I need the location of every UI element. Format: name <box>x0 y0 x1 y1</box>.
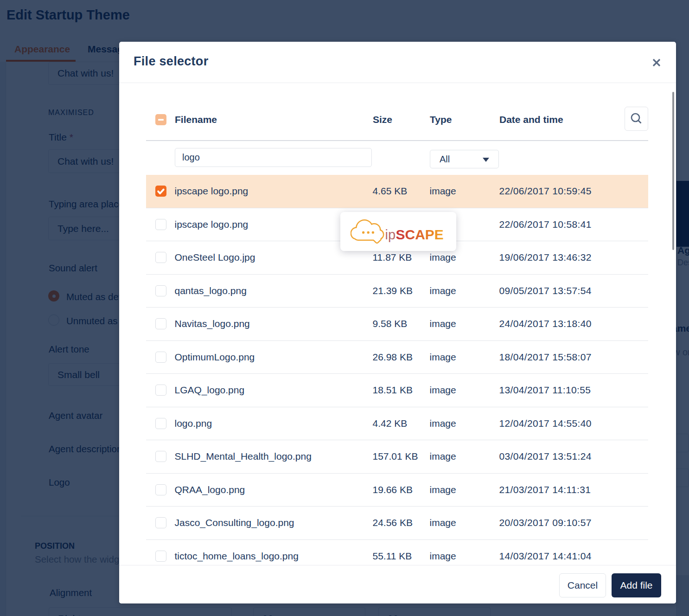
svg-text:ip: ip <box>385 227 396 242</box>
svg-text:SCAPE: SCAPE <box>396 227 444 242</box>
